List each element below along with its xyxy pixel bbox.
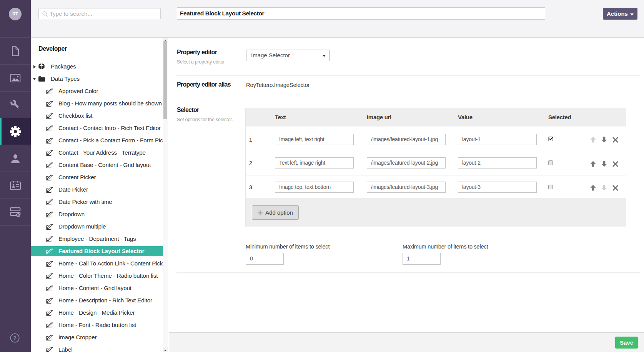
svg-text:?: ? <box>13 335 17 341</box>
